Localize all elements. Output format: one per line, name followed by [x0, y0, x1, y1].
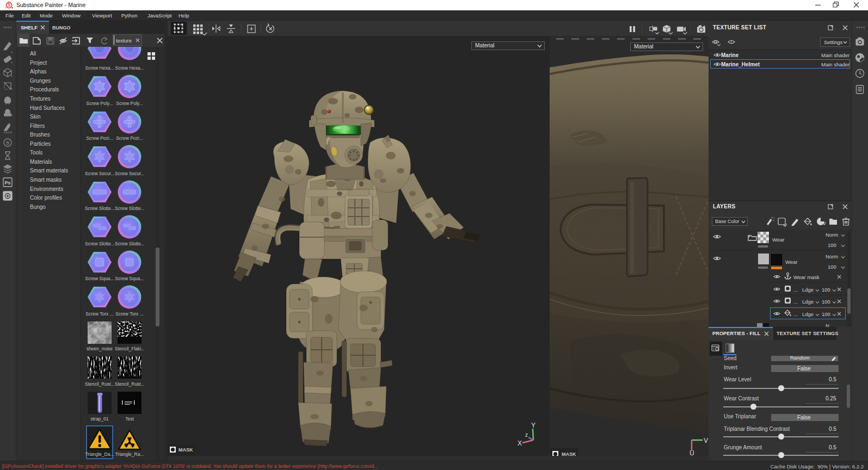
svg-text:X: X	[518, 440, 522, 447]
svg-text:Ps: Ps	[5, 180, 11, 185]
svg-text:V: V	[704, 437, 708, 444]
svg-text:1: 1	[730, 40, 732, 44]
svg-text:S: S	[8, 2, 11, 8]
svg-text:S: S	[6, 140, 9, 146]
svg-text:U: U	[690, 449, 694, 456]
svg-text:Y: Y	[531, 422, 535, 429]
svg-text:z: z	[525, 432, 528, 438]
